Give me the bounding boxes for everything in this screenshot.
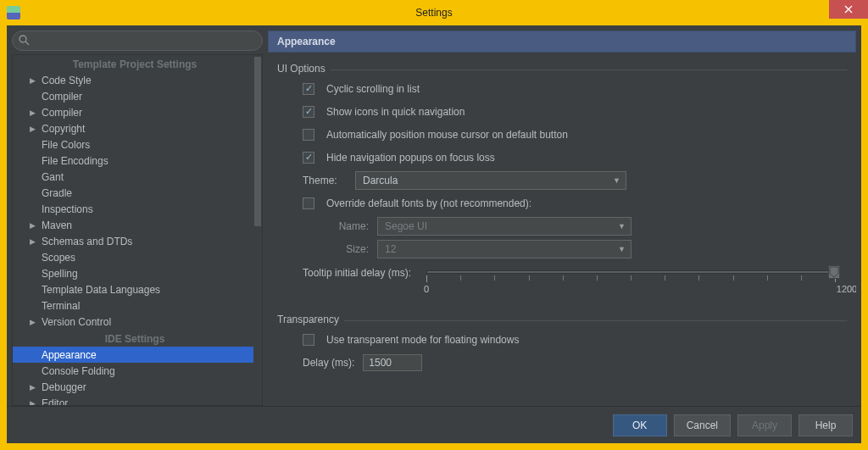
font-size-select[interactable]: 12 ▼ <box>377 240 632 258</box>
apply-button[interactable]: Apply <box>737 414 792 436</box>
search-input[interactable] <box>12 31 263 51</box>
tree-item-label: Schemas and DTDs <box>42 236 132 247</box>
tree-item[interactable]: ▶Terminal <box>13 297 257 314</box>
tree-item-label: Copyright <box>42 123 85 135</box>
tooltip-delay-label: Tooltip initial delay (ms): <box>303 265 418 279</box>
theme-select[interactable]: Darcula ▼ <box>355 171 626 190</box>
auto-mouse-checkbox[interactable] <box>303 129 314 141</box>
show-icons-label: Show icons in quick navigation <box>326 106 465 118</box>
tree-item[interactable]: ▶File Colors <box>13 136 257 153</box>
chevron-down-icon: ▼ <box>618 245 626 253</box>
chevron-down-icon: ▼ <box>613 176 620 185</box>
svg-line-1 <box>25 42 29 45</box>
tree-section-header: Template Project Settings <box>13 55 257 72</box>
transparent-mode-checkbox[interactable] <box>303 334 314 346</box>
expand-arrow-icon: ▶ <box>30 108 42 117</box>
ok-button[interactable]: OK <box>613 414 667 436</box>
tree-item-label: Spelling <box>42 268 78 280</box>
expand-arrow-icon: ▶ <box>30 221 42 230</box>
show-icons-checkbox[interactable]: ✓ <box>303 106 314 118</box>
tree-item-label: Code Style <box>42 75 92 86</box>
search-icon <box>19 35 30 46</box>
transparency-legend: Transparency <box>277 314 344 325</box>
transparency-delay-label: Delay (ms): <box>303 357 354 369</box>
transparent-mode-label: Use transparent mode for floating window… <box>326 334 519 346</box>
tree-item-label: Editor <box>42 397 68 406</box>
tree-item[interactable]: ▶Appearance <box>13 347 257 363</box>
expand-arrow-icon: ▶ <box>30 76 42 85</box>
help-button[interactable]: Help <box>798 414 853 436</box>
tree-item[interactable]: ▶Console Folding <box>13 363 257 379</box>
tree-item-label: Template Data Languages <box>42 284 160 296</box>
slider-max-label: 1200 <box>837 284 856 294</box>
tree-item-label: Maven <box>42 219 72 231</box>
tree-item[interactable]: ▶Version Control <box>13 314 257 330</box>
override-fonts-checkbox[interactable] <box>303 197 314 209</box>
tree-item-label: Inspections <box>42 203 93 215</box>
tree-item[interactable]: ▶Template Data Languages <box>13 281 257 297</box>
tree-item[interactable]: ▶Editor <box>13 395 257 405</box>
tree-item-label: Version Control <box>42 316 111 328</box>
expand-arrow-icon: ▶ <box>30 318 42 326</box>
theme-label: Theme: <box>303 175 347 186</box>
tree-item-label: Console Folding <box>42 365 115 377</box>
close-button[interactable] <box>829 0 868 19</box>
expand-arrow-icon: ▶ <box>30 125 42 133</box>
expand-arrow-icon: ▶ <box>30 399 42 406</box>
tree-item-label: Compiler <box>42 91 82 103</box>
cancel-button[interactable]: Cancel <box>674 414 731 436</box>
tree-item[interactable]: ▶Compiler <box>13 88 257 104</box>
tree-item-label: Debugger <box>42 381 86 393</box>
tooltip-delay-slider[interactable]: 0 1200 <box>426 265 847 299</box>
transparency-group: Transparency Use transparent mode for fl… <box>276 320 848 375</box>
tree-item[interactable]: ▶Spelling <box>13 265 257 281</box>
window-title: Settings <box>415 7 452 19</box>
tree-item-label: Compiler <box>42 107 82 119</box>
tree-section-header: IDE Settings <box>13 330 257 347</box>
tree-item-label: Terminal <box>42 300 80 312</box>
tree-item[interactable]: ▶File Encodings <box>13 153 257 169</box>
cyclic-scrolling-label: Cyclic scrolling in list <box>326 83 420 95</box>
hide-popups-label: Hide navigation popups on focus loss <box>326 152 495 164</box>
tree-item[interactable]: ▶Gradle <box>13 185 257 201</box>
slider-min-label: 0 <box>424 284 429 294</box>
tree-item-label: Gradle <box>42 187 72 199</box>
chevron-down-icon: ▼ <box>618 222 626 231</box>
transparency-delay-input[interactable] <box>363 354 422 371</box>
tree-item[interactable]: ▶Code Style <box>13 72 257 88</box>
tree-item-label: File Encodings <box>42 155 108 167</box>
tree-item-label: Scopes <box>42 252 75 264</box>
font-name-label: Name: <box>328 220 369 232</box>
svg-point-0 <box>19 36 26 42</box>
panel-title: Appearance <box>268 31 856 53</box>
hide-popups-checkbox[interactable]: ✓ <box>303 152 314 164</box>
settings-tree[interactable]: Template Project Settings▶Code Style▶Com… <box>13 55 262 405</box>
expand-arrow-icon: ▶ <box>30 383 42 392</box>
tree-item[interactable]: ▶Compiler <box>13 104 257 120</box>
tree-item[interactable]: ▶Schemas and DTDs <box>13 233 257 249</box>
font-name-select[interactable]: Segoe UI ▼ <box>377 217 632 236</box>
expand-arrow-icon: ▶ <box>30 237 42 246</box>
tree-item-label: Appearance <box>42 349 97 361</box>
ui-options-legend: UI Options <box>277 63 331 75</box>
tree-item[interactable]: ▶Copyright <box>13 120 257 136</box>
tree-item[interactable]: ▶Scopes <box>13 249 257 265</box>
tree-item[interactable]: ▶Debugger <box>13 379 257 395</box>
tree-item[interactable]: ▶Gant <box>13 169 257 185</box>
auto-mouse-label: Automatically position mouse cursor on d… <box>326 129 568 141</box>
ui-options-group: UI Options ✓ Cyclic scrolling in list ✓ … <box>276 69 848 300</box>
titlebar: Settings <box>0 0 868 25</box>
tree-item[interactable]: ▶Maven <box>13 217 257 233</box>
override-fonts-label: Override default fonts by (not recommend… <box>326 197 531 209</box>
dialog-button-bar: OK Cancel Apply Help <box>7 406 861 443</box>
font-size-label: Size: <box>328 243 369 255</box>
tree-scrollbar[interactable] <box>253 55 262 405</box>
tree-item-label: File Colors <box>42 139 90 151</box>
tree-item[interactable]: ▶Inspections <box>13 201 257 217</box>
app-icon <box>7 6 20 19</box>
cyclic-scrolling-checkbox[interactable]: ✓ <box>303 83 314 95</box>
tree-item-label: Gant <box>42 171 64 183</box>
